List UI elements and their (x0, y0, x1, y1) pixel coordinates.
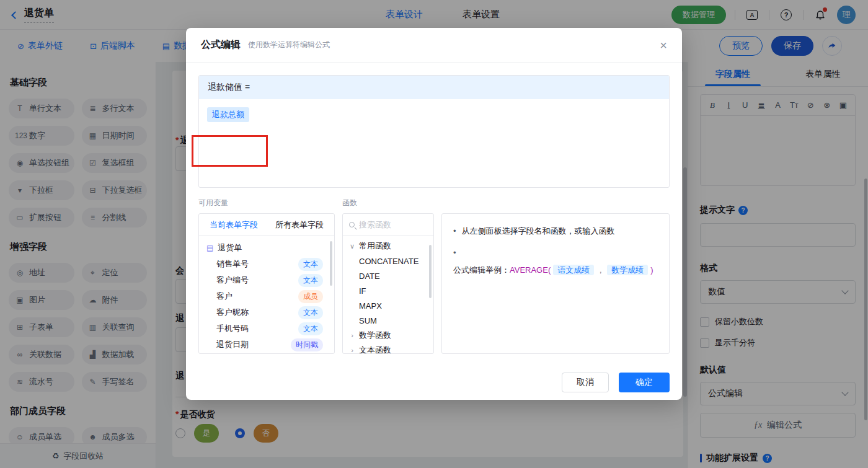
modal-subtitle: 使用数学运算符编辑公式 (248, 40, 330, 50)
formula-input-area[interactable]: 退款总额 (199, 99, 669, 188)
variable-type-tag: 文本 (298, 322, 323, 335)
variables-tabs: 当前表单字段 所有表单字段 (199, 214, 334, 236)
variable-type-tag: 成员 (298, 290, 323, 303)
function-collapsed-groups: › 数学函数 › 文本函数 (343, 328, 433, 354)
function-items: CONCATENATE DATE IF MAPX SUM (343, 254, 433, 328)
variables-scrollbar[interactable] (330, 241, 332, 286)
variable-type-tag: 文本 (298, 306, 323, 319)
function-search-input[interactable] (359, 220, 421, 229)
function-group-common[interactable]: ∨ 常用函数 (343, 239, 433, 254)
modal-header: 公式编辑 使用数学运算符编辑公式 × (186, 28, 682, 63)
variable-type-tag: 文本 (298, 258, 323, 271)
variable-type-tag: 时间戳 (291, 338, 323, 351)
tab-current-form-fields[interactable]: 当前表单字段 (210, 219, 258, 231)
form-doc-icon: ▤ (206, 244, 213, 252)
functions-label: 函数 (342, 198, 442, 208)
variable-name: 手机号码 (216, 323, 249, 334)
tip-line-1: 从左侧面板选择字段名和函数，或输入函数 (453, 225, 658, 237)
function-group[interactable]: › 文本函数 (343, 343, 433, 354)
tab-all-form-fields[interactable]: 所有表单字段 (275, 219, 324, 231)
variable-name: 客户昵称 (216, 307, 249, 318)
functions-scrollbar[interactable] (429, 245, 432, 298)
variable-row[interactable]: 销售单号 文本 (199, 256, 334, 272)
variable-name: 退货日期 (216, 339, 249, 350)
function-group[interactable]: › 数学函数 (343, 328, 433, 343)
variable-type-tag: 文本 (298, 274, 323, 287)
modal-footer: 取消 确定 (186, 365, 682, 400)
formula-edit-modal: 公式编辑 使用数学运算符编辑公式 × 退款储值 = 退款总额 可用变量 函数 当… (186, 28, 682, 400)
tip-line-2: 公式编辑举例：AVERAGE(语文成绩，数学成绩) (453, 247, 658, 276)
tips-panel: 从左侧面板选择字段名和函数，或输入函数 公式编辑举例：AVERAGE(语文成绩，… (441, 213, 670, 354)
caret-down-icon: ∨ (349, 242, 355, 250)
example-arg-chip: 数学成绩 (607, 265, 648, 275)
formula-editor: 退款储值 = 退款总额 (198, 75, 670, 188)
variable-row[interactable]: 退货日期 时间戳 (199, 337, 334, 353)
cancel-button[interactable]: 取消 (562, 373, 609, 392)
variable-row[interactable]: 客户昵称 文本 (199, 304, 334, 320)
modal-title: 公式编辑 (201, 38, 241, 51)
variable-row[interactable]: 客户 成员 (199, 288, 334, 304)
panel-labels: 可用变量 函数 (198, 198, 670, 208)
caret-right-icon: › (349, 332, 355, 339)
variables-list: 销售单号 文本 客户编号 文本 客户 成员 (199, 256, 334, 353)
modal-columns: 当前表单字段 所有表单字段 ▤ 退货单 销售单号 文本 (198, 213, 670, 354)
function-item[interactable]: CONCATENATE (343, 254, 433, 268)
search-icon (349, 222, 355, 227)
modal-body: 退款储值 = 退款总额 可用变量 函数 当前表单字段 所有表单字段 (186, 63, 682, 366)
variable-name: 销售单号 (216, 258, 249, 270)
function-item[interactable]: MAPX (343, 298, 433, 313)
variables-panel: 当前表单字段 所有表单字段 ▤ 退货单 销售单号 文本 (198, 213, 335, 354)
formula-token[interactable]: 退款总额 (207, 107, 249, 122)
example-function-name: AVERAGE( (510, 265, 551, 275)
functions-panel: ∨ 常用函数 CONCATENATE DATE IF MAPX (342, 213, 434, 354)
caret-right-icon: › (349, 347, 355, 354)
close-icon[interactable]: × (660, 39, 667, 51)
function-search (343, 214, 433, 236)
example-arg-chip: 语文成绩 (553, 265, 594, 275)
confirm-button[interactable]: 确定 (619, 373, 670, 392)
function-item[interactable]: SUM (343, 313, 433, 328)
tip-example: 公式编辑举例：AVERAGE(语文成绩，数学成绩) (453, 264, 653, 276)
variable-name: 客户编号 (216, 275, 249, 286)
tips-content: 从左侧面板选择字段名和函数，或输入函数 公式编辑举例：AVERAGE(语文成绩，… (442, 214, 669, 297)
variable-row[interactable]: 客户编号 文本 (199, 272, 334, 288)
function-item[interactable]: IF (343, 283, 433, 298)
function-item[interactable]: DATE (343, 268, 433, 283)
variable-row[interactable]: 手机号码 文本 (199, 320, 334, 337)
variables-tree-root[interactable]: ▤ 退货单 (199, 240, 334, 256)
app-root: 退货单 表单设计 表单设置 数据管理 A ? 理 (0, 0, 868, 468)
formula-target-bar: 退款储值 = (199, 76, 669, 99)
variables-label: 可用变量 (198, 198, 342, 208)
variable-name: 客户 (216, 291, 232, 302)
